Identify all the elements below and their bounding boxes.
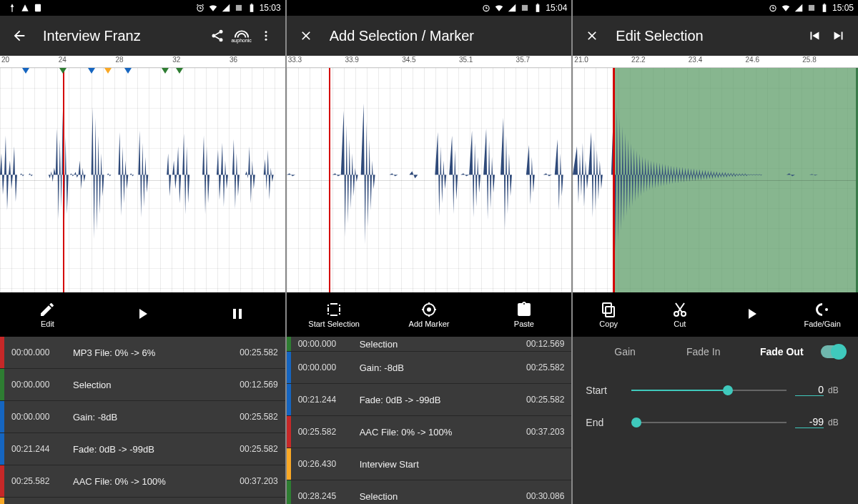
tab-fade-out[interactable]: Fade Out bbox=[742, 346, 821, 357]
end-label: End bbox=[586, 417, 623, 428]
screen-1: 15:03 Interview Franz auphonic 202428323… bbox=[0, 0, 285, 504]
list-item[interactable]: 00:00.000Selection00:12.569 bbox=[287, 337, 572, 352]
page-title: Interview Franz bbox=[43, 28, 205, 44]
play-button[interactable] bbox=[716, 292, 787, 337]
cut-button[interactable]: Cut bbox=[644, 292, 716, 337]
screen-3: 15:05 Edit Selection 21.022.223.424.625.… bbox=[573, 0, 858, 504]
close-button[interactable] bbox=[294, 24, 318, 48]
waveform bbox=[0, 68, 285, 282]
tab-gain[interactable]: Gain bbox=[586, 346, 664, 357]
play-button[interactable] bbox=[95, 292, 190, 337]
waveform-area[interactable] bbox=[573, 68, 858, 292]
auphonic-button[interactable]: auphonic bbox=[230, 24, 254, 48]
overflow-button[interactable] bbox=[254, 24, 278, 48]
list-item[interactable]: 00:28.245Selection00:30.086 bbox=[287, 480, 572, 504]
list-item[interactable]: 00:00.000Selection00:12.569 bbox=[0, 369, 285, 401]
status-icon bbox=[234, 3, 244, 13]
unit-label: dB bbox=[824, 417, 845, 428]
alarm-icon bbox=[195, 3, 205, 13]
share-button[interactable] bbox=[205, 24, 230, 48]
list-item[interactable] bbox=[0, 498, 285, 504]
paste-button[interactable]: Paste bbox=[476, 292, 571, 337]
app-bar: Interview Franz auphonic bbox=[0, 16, 285, 56]
playhead[interactable] bbox=[63, 68, 64, 292]
svg-rect-2 bbox=[236, 5, 242, 11]
status-icon bbox=[520, 3, 530, 13]
svg-rect-14 bbox=[522, 5, 528, 11]
svg-rect-24 bbox=[603, 303, 611, 313]
status-icon bbox=[807, 3, 817, 13]
fade-tabs: Gain Fade In Fade Out bbox=[586, 345, 845, 358]
edit-button[interactable]: Edit bbox=[0, 292, 95, 337]
marker-list[interactable]: 00:00.000MP3 File: 0% -> 6%00:25.582 00:… bbox=[0, 337, 285, 504]
list-item[interactable]: 00:00.000Gain: -8dB00:25.582 bbox=[0, 401, 285, 433]
svg-rect-23 bbox=[606, 307, 614, 317]
signal-icon bbox=[507, 3, 517, 13]
fade-gain-button[interactable]: Fade/Gain bbox=[786, 292, 858, 337]
svg-rect-21 bbox=[823, 4, 827, 11]
start-value[interactable]: 0 bbox=[795, 384, 824, 396]
go-to-start-button[interactable] bbox=[802, 24, 827, 48]
svg-point-9 bbox=[265, 35, 267, 37]
svg-rect-3 bbox=[250, 4, 253, 11]
unit-label: dB bbox=[824, 385, 845, 395]
copy-button[interactable]: Copy bbox=[573, 292, 644, 337]
start-label: Start bbox=[586, 385, 623, 396]
tab-fade-in[interactable]: Fade In bbox=[664, 346, 743, 357]
status-bar: 15:04 bbox=[287, 0, 572, 16]
timeline-ruler: 33.333.934.535.135.7 bbox=[287, 56, 572, 68]
svg-point-27 bbox=[825, 308, 828, 311]
end-slider[interactable] bbox=[631, 422, 786, 423]
svg-rect-11 bbox=[233, 309, 236, 319]
pause-button[interactable] bbox=[190, 292, 285, 337]
close-button[interactable] bbox=[580, 24, 604, 48]
app-bar: Edit Selection bbox=[573, 16, 858, 56]
clock: 15:05 bbox=[832, 3, 854, 13]
timeline-ruler: 21.022.223.424.625.8 bbox=[573, 56, 858, 68]
svg-rect-15 bbox=[536, 4, 540, 11]
back-button[interactable] bbox=[7, 24, 31, 48]
alarm-icon bbox=[768, 3, 778, 13]
status-bar: 15:03 bbox=[0, 0, 285, 16]
marker-list[interactable]: 00:00.000Selection00:12.569 00:00.000Gai… bbox=[287, 337, 572, 504]
signal-icon bbox=[221, 3, 231, 13]
wifi-icon bbox=[208, 3, 218, 13]
waveform-area[interactable] bbox=[287, 68, 572, 292]
start-slider-row: Start 0 dB bbox=[586, 384, 845, 396]
page-title: Edit Selection bbox=[616, 28, 802, 44]
end-value[interactable]: -99 bbox=[795, 416, 824, 428]
svg-point-6 bbox=[212, 34, 215, 38]
wifi-icon bbox=[494, 3, 504, 13]
tool-bar: Copy Cut Fade/Gain bbox=[573, 292, 858, 337]
svg-rect-16 bbox=[537, 4, 538, 4]
list-item[interactable]: 00:26.430Interview Start bbox=[287, 448, 572, 480]
start-slider[interactable] bbox=[631, 390, 786, 391]
list-item[interactable]: 00:25.582AAC File: 0% -> 100%00:37.203 bbox=[287, 416, 572, 448]
alarm-icon bbox=[481, 3, 491, 13]
svg-point-8 bbox=[265, 31, 267, 33]
battery-icon bbox=[247, 3, 257, 13]
list-item[interactable]: 00:21.244Fade: 0dB -> -99dB00:25.582 bbox=[0, 433, 285, 465]
start-selection-button[interactable]: Start Selection bbox=[287, 292, 382, 337]
list-item[interactable]: 00:00.000Gain: -8dB00:25.582 bbox=[287, 352, 572, 384]
selection-start-handle[interactable] bbox=[613, 68, 615, 292]
add-marker-button[interactable]: Add Marker bbox=[382, 292, 477, 337]
playhead[interactable] bbox=[329, 68, 330, 292]
svg-rect-4 bbox=[250, 4, 252, 4]
list-item[interactable]: 00:00.000MP3 File: 0% -> 6%00:25.582 bbox=[0, 337, 285, 369]
waveform bbox=[573, 68, 858, 282]
svg-point-18 bbox=[427, 307, 431, 312]
end-slider-row: End -99 dB bbox=[586, 416, 845, 428]
list-item[interactable]: 00:21.244Fade: 0dB -> -99dB00:25.582 bbox=[287, 384, 572, 416]
fade-toggle[interactable] bbox=[821, 345, 845, 358]
timeline-ruler: 2024283236 bbox=[0, 56, 285, 68]
svg-rect-12 bbox=[239, 309, 242, 319]
clock: 15:03 bbox=[260, 3, 281, 13]
status-icon bbox=[20, 3, 30, 13]
list-item[interactable]: 00:25.582AAC File: 0% -> 100%00:37.203 bbox=[0, 465, 285, 498]
svg-point-10 bbox=[265, 39, 267, 41]
battery-icon bbox=[533, 3, 543, 13]
screen-2: 15:04 Add Selection / Marker 33.333.934.… bbox=[287, 0, 572, 504]
go-to-end-button[interactable] bbox=[827, 24, 851, 48]
waveform-area[interactable] bbox=[0, 68, 285, 292]
